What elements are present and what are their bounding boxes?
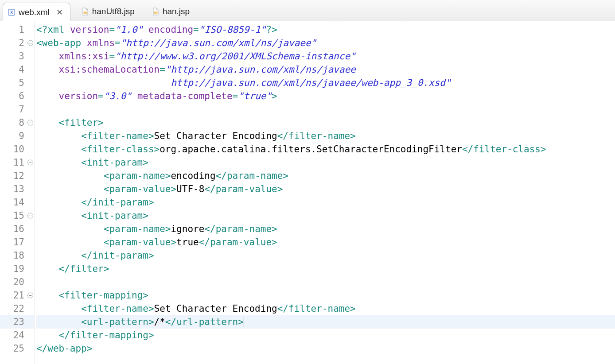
xml-file-icon: X [8,8,16,16]
line-number[interactable]: 15− [0,209,34,222]
tab-label: web.xml [19,8,50,17]
line-number[interactable]: 24 [0,329,34,342]
fold-toggle-icon[interactable]: − [27,293,33,298]
line-number[interactable]: 16 [0,222,34,236]
tab-label: hanUtf8.jsp [92,7,135,16]
tab-bar: Xweb.xml✕hanUtf8.jsphan.jsp [0,0,615,21]
line-number[interactable]: 11− [0,156,34,169]
line-number[interactable]: 4 [0,63,34,76]
code-line[interactable]: </init-param> [36,249,615,262]
svg-rect-3 [154,12,157,14]
fold-toggle-icon[interactable]: − [27,213,33,219]
code-line[interactable]: <filter-mapping> [36,289,615,302]
code-line[interactable]: xsi:schemaLocation="http://java.sun.com/… [36,63,615,76]
fold-toggle-icon[interactable]: − [27,160,33,166]
code-line[interactable]: <param-value>UTF-8</param-value> [36,182,615,196]
line-number[interactable]: 23 [0,315,34,329]
tab-label: han.jsp [163,7,190,16]
code-line[interactable]: </filter> [36,262,615,275]
line-number[interactable]: 13 [0,182,34,196]
code-line[interactable]: <param-name>encoding</param-name> [36,169,615,182]
code-line[interactable]: </filter-mapping> [36,329,615,342]
code-line[interactable]: <init-param> [36,156,615,169]
fold-toggle-icon[interactable]: − [27,40,33,46]
line-number[interactable]: 20 [0,275,34,289]
editor-container: Xweb.xml✕hanUtf8.jsphan.jsp 12−345678−91… [0,0,615,364]
editor-tab-web-xml[interactable]: Xweb.xml✕ [3,3,70,21]
code-line[interactable]: </web-app> [36,342,615,355]
line-number[interactable]: 5 [0,76,34,89]
code-line[interactable]: xmlns:xsi="http://www.w3.org/2001/XMLSch… [36,50,615,63]
code-line[interactable]: <init-param> [36,209,615,222]
line-number[interactable]: 21− [0,289,34,302]
line-number[interactable]: 18 [0,249,34,262]
code-line[interactable]: <?xml version="1.0" encoding="ISO-8859-1… [36,23,615,36]
line-number[interactable]: 14 [0,196,34,209]
line-number[interactable]: 1 [0,23,34,36]
editor-tab-han-jsp[interactable]: han.jsp [147,2,196,21]
line-number-gutter[interactable]: 12−345678−91011−12131415−161718192021−22… [0,21,35,364]
code-line[interactable]: <filter-class>org.apache.catalina.filter… [36,143,615,156]
line-number[interactable]: 19 [0,262,34,275]
code-line[interactable] [36,103,615,116]
code-line[interactable]: </init-param> [36,196,615,209]
code-line[interactable]: <param-value>true</param-value> [36,236,615,249]
code-line[interactable] [36,275,615,289]
code-line[interactable]: <web-app xmlns="http://java.sun.com/xml/… [36,36,615,50]
line-number[interactable]: 8− [0,116,34,129]
line-number[interactable]: 9 [0,129,34,143]
code-line[interactable]: <filter> [36,116,615,129]
close-icon[interactable]: ✕ [55,8,64,17]
code-line[interactable]: http://java.sun.com/xml/ns/javaee/web-ap… [36,76,615,89]
svg-text:X: X [10,10,13,15]
line-number[interactable]: 3 [0,50,34,63]
line-number[interactable]: 22 [0,302,34,315]
line-number[interactable]: 2− [0,36,34,50]
editor-body: 12−345678−91011−12131415−161718192021−22… [0,21,615,364]
editor-tab-hanUtf8-jsp[interactable]: hanUtf8.jsp [77,2,141,21]
code-line[interactable]: <filter-name>Set Character Encoding</fil… [36,302,615,315]
fold-toggle-icon[interactable]: − [27,120,33,126]
jsp-file-icon [81,8,89,15]
code-line[interactable]: <param-name>ignore</param-name> [36,222,615,236]
line-number[interactable]: 7 [0,103,34,116]
line-number[interactable]: 10 [0,143,34,156]
code-line[interactable]: <url-pattern>/*</url-pattern> [36,315,615,329]
jsp-file-icon [152,8,160,15]
line-number[interactable]: 6 [0,89,34,103]
code-area[interactable]: <?xml version="1.0" encoding="ISO-8859-1… [35,21,615,364]
line-number[interactable]: 12 [0,169,34,182]
code-line[interactable]: <filter-name>Set Character Encoding</fil… [36,129,615,143]
code-line[interactable]: version="3.0" metadata-complete="true"> [36,89,615,103]
line-number[interactable]: 25 [0,342,34,355]
svg-rect-2 [83,12,87,14]
line-number[interactable]: 17 [0,236,34,249]
